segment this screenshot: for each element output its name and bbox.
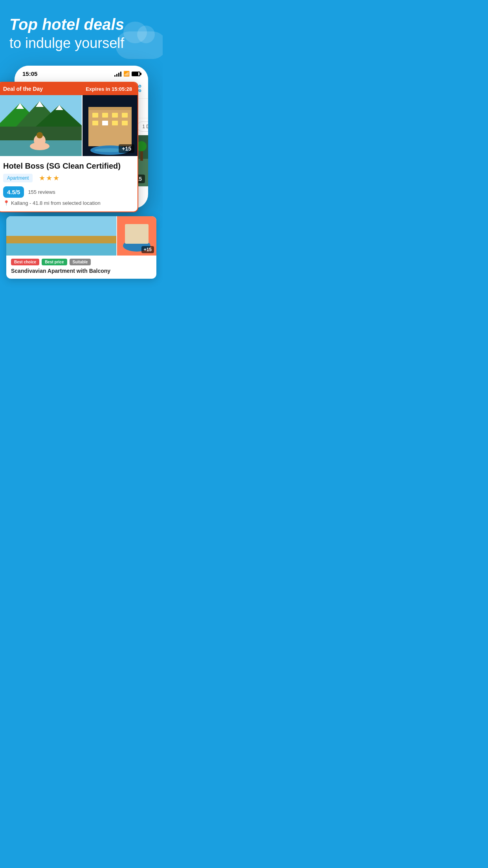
svg-rect-36	[102, 113, 108, 118]
phone-container: 15:05 📶 ‹ Sai	[0, 66, 163, 208]
star-2: ★	[46, 174, 52, 182]
second-listing-main-image[interactable]	[6, 216, 116, 256]
second-listing-side-image[interactable]: +15	[117, 216, 156, 256]
second-listing-info: Best choice Best price Suitable Scandiva…	[6, 256, 156, 279]
status-time: 15:05	[22, 70, 37, 77]
cloud-decoration	[116, 31, 163, 59]
deal-meta-row: 4.5/5 155 reviews	[3, 186, 132, 198]
reviews-text: 155 reviews	[28, 189, 55, 195]
deal-header: Deal of the Day Expires in 15:05:28	[0, 83, 138, 95]
second-listing-name: Scandivavian Apartment with Balcony	[11, 267, 152, 274]
second-listing-images: +15	[6, 216, 156, 256]
star-1: ★	[39, 174, 45, 182]
rating-badge: 4.5/5	[3, 186, 24, 198]
status-bar: 15:05 📶	[15, 66, 148, 80]
svg-point-31	[37, 132, 43, 138]
second-best-choice-badge: Best choice	[11, 259, 39, 265]
second-listing-section: +15 Best choice Best price Suitable Scan…	[0, 216, 163, 287]
second-listing-badges: Best choice Best price Suitable	[11, 259, 152, 267]
svg-rect-40	[102, 121, 108, 125]
tag-1-double-bed[interactable]: 1 Double Bed	[137, 121, 148, 132]
second-listing-image-count: +15	[141, 246, 154, 253]
location-row: 📍 Kallang - 41.8 mi from selected locati…	[3, 200, 132, 206]
deal-image-main[interactable]	[0, 95, 82, 156]
svg-point-0	[139, 85, 141, 87]
deal-timer: Expires in 15:05:28	[86, 86, 132, 92]
deal-hotel-name: Hotel Boss (SG Clean Certified)	[3, 162, 132, 171]
signal-bars-icon	[114, 71, 121, 77]
deal-image-side[interactable]: +15	[83, 95, 138, 156]
deal-image-count-badge: +15	[119, 144, 134, 153]
svg-point-30	[30, 142, 50, 150]
svg-rect-37	[112, 113, 118, 118]
app-background: Top hotel deals to indulge yourself 15:0…	[0, 0, 163, 289]
deal-content: Hotel Boss (SG Clean Certified) Apartmen…	[0, 156, 138, 211]
svg-rect-34	[88, 107, 132, 110]
hero-section: Top hotel deals to indulge yourself	[0, 0, 163, 59]
svg-rect-47	[6, 236, 116, 243]
svg-point-2	[139, 90, 141, 92]
svg-rect-41	[112, 121, 118, 125]
deal-card[interactable]: Deal of the Day Expires in 15:05:28	[0, 82, 138, 212]
svg-rect-35	[92, 113, 98, 118]
location-pin-icon: 📍	[3, 200, 9, 206]
svg-rect-38	[122, 113, 128, 118]
second-best-price-badge: Best price	[42, 259, 67, 265]
svg-rect-50	[125, 224, 149, 244]
deal-title: Deal of the Day	[3, 86, 43, 92]
star-rating: ★ ★ ★	[39, 174, 59, 182]
location-text: Kallang - 41.8 mi from selected location	[11, 200, 101, 206]
status-icons: 📶	[114, 71, 140, 77]
wifi-icon: 📶	[123, 71, 130, 77]
deal-type-badge: Apartment	[3, 174, 33, 182]
svg-rect-39	[92, 121, 98, 125]
deal-images: +15	[0, 95, 138, 156]
battery-icon	[132, 72, 140, 76]
star-3: ★	[53, 174, 59, 182]
second-suitable-badge: Suitable	[70, 259, 91, 265]
svg-rect-42	[122, 121, 128, 125]
